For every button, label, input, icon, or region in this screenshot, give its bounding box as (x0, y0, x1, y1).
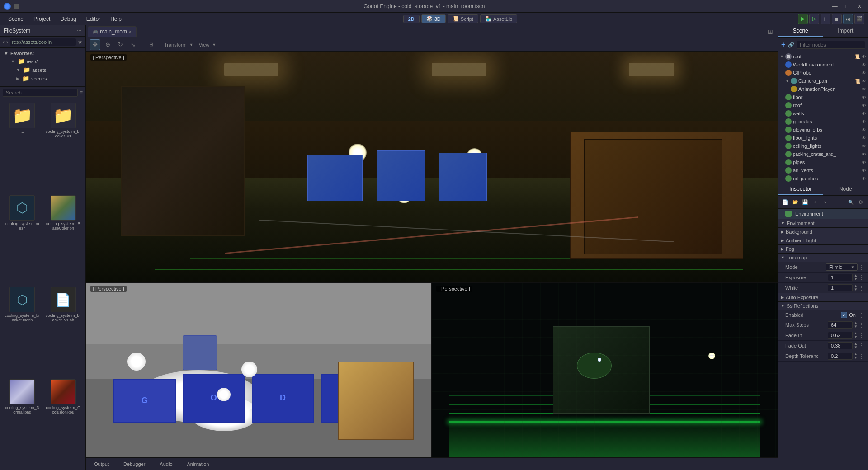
white-input[interactable] (828, 284, 853, 291)
file-item[interactable]: ⬡ cooling_syste m.mesh (3, 193, 42, 284)
scene-filter-input[interactable] (797, 41, 865, 49)
mode-3d-button[interactable]: 🎲 3D (421, 14, 446, 23)
tab-import[interactable]: Import (823, 25, 868, 37)
load-resource-button[interactable]: 📂 (791, 197, 800, 207)
filesystem-favorite-button[interactable]: ★ (78, 39, 83, 45)
menu-debug[interactable]: Debug (56, 14, 80, 24)
node-visibility-icon[interactable]: 👁 (862, 62, 866, 67)
fade-out-down[interactable]: ▼ (854, 346, 858, 349)
tree-assets[interactable]: 📁 assets (4, 66, 82, 74)
menu-help[interactable]: Help (106, 14, 126, 24)
mode-2d-button[interactable]: 2D (403, 15, 420, 23)
tab-output[interactable]: Output (90, 461, 113, 468)
tab-close-button[interactable]: × (129, 29, 132, 34)
filesystem-path-input[interactable] (10, 38, 76, 46)
minimize-button[interactable]: — (830, 3, 840, 9)
node-visibility-icon[interactable]: 👁 (862, 144, 866, 149)
remote-button[interactable]: ⏭ (843, 14, 853, 24)
scale-tool-button[interactable]: ⤡ (127, 39, 138, 50)
menu-scene[interactable]: Scene (4, 14, 28, 24)
max-steps-down[interactable]: ▼ (854, 325, 858, 329)
play-button[interactable]: ▶ (798, 14, 808, 24)
viewport-main[interactable]: [ Perspective ] (86, 52, 778, 283)
scene-node-packing-crates[interactable]: packing_crates_and_ 👁 (778, 150, 868, 158)
node-visibility-icon[interactable]: 👁 (862, 103, 866, 108)
transform-label[interactable]: Transform (164, 42, 187, 47)
tab-audio[interactable]: Audio (155, 461, 177, 468)
depth-tolerance-input[interactable] (828, 352, 853, 360)
tab-debugger[interactable]: Debugger (119, 461, 150, 468)
scene-node-root[interactable]: ▼ ⊞ root 📜 👁 (778, 52, 868, 61)
file-item[interactable]: cooling_syste m_BaseColor.pn (44, 193, 83, 284)
scene-node-glowing-orbs[interactable]: glowing_orbs 👁 (778, 126, 868, 134)
scene-node-roof[interactable]: roof 👁 (778, 101, 868, 109)
exposure-down[interactable]: ▼ (854, 277, 858, 281)
movie-button[interactable]: 🎬 (854, 14, 864, 24)
scene-node-walls[interactable]: walls 👁 (778, 109, 868, 118)
view-label[interactable]: View (199, 42, 210, 47)
node-visibility-icon[interactable]: 👁 (862, 111, 866, 116)
max-steps-spinner[interactable]: ▲ ▼ (854, 321, 858, 329)
scene-node-worldenv[interactable]: WorldEnvironment 👁 (778, 61, 868, 69)
fade-out-more-icon[interactable]: ⋮ (859, 343, 864, 349)
node-visibility-icon[interactable]: 👁 (862, 119, 866, 124)
tab-scene[interactable]: Scene (778, 25, 823, 37)
scene-node-ceiling-lights[interactable]: ceiling_lights 👁 (778, 142, 868, 150)
section-header-tonemap[interactable]: ▼ Tonemap (778, 254, 868, 262)
section-header-fog[interactable]: ▶ Fog (778, 245, 868, 254)
file-item[interactable]: cooling_syste m_OcclusionRou (44, 377, 83, 468)
viewport-bottom-left[interactable]: G O D O [ Perspective ] (86, 283, 432, 457)
maximize-button[interactable]: □ (843, 3, 852, 9)
back-button[interactable]: ‹ (811, 197, 820, 207)
filesystem-more-icon[interactable]: ⋯ (76, 28, 82, 34)
tab-node[interactable]: Node (823, 183, 868, 195)
fade-in-more-icon[interactable]: ⋮ (859, 332, 864, 338)
max-steps-more-icon[interactable]: ⋮ (859, 322, 864, 328)
inspector-settings-button[interactable]: ⚙ (856, 197, 865, 207)
tab-animation[interactable]: Animation (183, 461, 214, 468)
scene-node-air-vents[interactable]: air_vents 👁 (778, 166, 868, 174)
file-item[interactable]: 📁 ... (3, 101, 42, 192)
nav-back-button[interactable]: ‹ (3, 39, 5, 45)
scene-node-camera-pan[interactable]: ▼ Camera_pan 📜 👁 (778, 77, 868, 85)
new-resource-button[interactable]: 📄 (781, 197, 790, 207)
titlebar-controls[interactable]: — □ ✕ (830, 3, 864, 9)
move-tool-button[interactable]: ⊕ (102, 39, 113, 50)
max-steps-input[interactable] (828, 321, 853, 329)
white-down[interactable]: ▼ (854, 288, 858, 291)
node-visibility-icon[interactable]: 👁 (862, 70, 866, 75)
node-visibility-icon[interactable]: 👁 (862, 79, 866, 84)
white-more-icon[interactable]: ⋮ (859, 285, 864, 291)
menu-editor[interactable]: Editor (82, 14, 105, 24)
exposure-input[interactable] (828, 274, 853, 281)
exposure-more-icon[interactable]: ⋮ (859, 274, 864, 281)
link-node-button[interactable]: 🔗 (788, 39, 795, 50)
node-visibility-icon[interactable]: 👁 (862, 136, 866, 141)
close-button[interactable]: ✕ (854, 3, 864, 9)
file-item[interactable]: 📁 cooling_syste m_bracket_v1 (44, 101, 83, 192)
node-visibility-icon[interactable]: 👁 (862, 127, 866, 132)
snap-tool-button[interactable]: ⊞ (146, 39, 156, 50)
save-resource-button[interactable]: 💾 (801, 197, 810, 207)
add-node-button[interactable]: + (781, 39, 786, 50)
enabled-checkbox[interactable]: ✓ On (841, 312, 856, 318)
node-visibility-icon[interactable]: 👁 (862, 95, 866, 100)
scene-node-pipes[interactable]: pipes 👁 (778, 158, 868, 166)
scene-node-floor[interactable]: floor 👁 (778, 93, 868, 101)
exposure-spinner[interactable]: ▲ ▼ (854, 274, 858, 281)
nav-forward-button[interactable]: › (6, 39, 8, 45)
tree-res-root[interactable]: 📁 res:// (4, 57, 82, 66)
stop-button[interactable]: ⏹ (832, 14, 842, 24)
node-visibility-icon[interactable]: 👁 (862, 54, 866, 59)
tree-scenes[interactable]: 📁 scenes (4, 74, 82, 83)
node-visibility-icon[interactable]: 👁 (862, 87, 866, 92)
select-tool-button[interactable]: ✥ (90, 39, 100, 50)
mode-more-icon[interactable]: ⋮ (859, 264, 864, 270)
filesystem-list-toggle[interactable]: ≡ (80, 89, 83, 96)
node-visibility-icon[interactable]: 👁 (862, 168, 866, 173)
node-visibility-icon[interactable]: 👁 (862, 160, 866, 165)
viewport-maximize-button[interactable]: ⊞ (768, 28, 773, 35)
fade-out-input[interactable] (828, 342, 853, 349)
fade-in-input[interactable] (828, 332, 853, 339)
file-item[interactable]: 📄 cooling_syste m_bracket_v1.ob (44, 285, 83, 376)
